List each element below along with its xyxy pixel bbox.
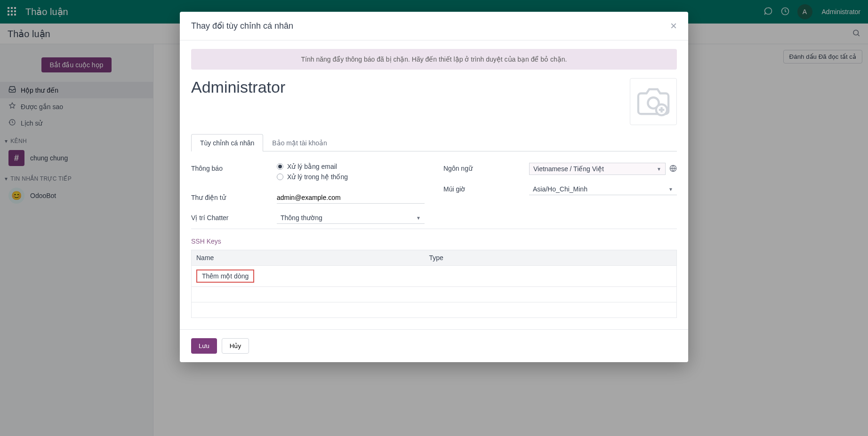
- preferences-modal: Thay đổi tùy chỉnh cá nhân × Tính năng đ…: [180, 12, 688, 362]
- tabs: Tùy chỉnh cá nhân Bảo mật tài khoản: [191, 134, 677, 151]
- modal-title: Thay đổi tùy chỉnh cá nhân: [191, 21, 293, 31]
- ssh-keys-table: Name Type Thêm một dòng: [191, 250, 677, 318]
- label-chatter-pos: Vị trí Chatter: [191, 212, 271, 222]
- user-display-name: Administrator: [191, 78, 285, 96]
- radio-icon: [277, 174, 283, 180]
- push-blocked-alert: Tính năng đẩy thông báo đã bị chặn. Hãy …: [191, 49, 677, 70]
- radio-notif-system[interactable]: Xử lý trong hệ thống: [277, 173, 425, 181]
- avatar-upload[interactable]: [630, 78, 677, 125]
- save-button[interactable]: Lưu: [191, 338, 217, 354]
- chevron-down-icon: ▼: [416, 215, 421, 221]
- tab-security[interactable]: Bảo mật tài khoản: [263, 134, 336, 151]
- email-field[interactable]: [277, 192, 425, 204]
- cancel-button[interactable]: Hủy: [222, 338, 249, 354]
- radio-notif-email[interactable]: Xử lý bằng email: [277, 163, 425, 170]
- chevron-down-icon: ▼: [657, 166, 661, 172]
- chevron-down-icon: ▼: [668, 187, 673, 192]
- col-type: Type: [424, 250, 658, 266]
- label-notification: Thông báo: [191, 163, 271, 172]
- label-email: Thư điện tử: [191, 192, 271, 201]
- language-select[interactable]: Vietnamese / Tiếng Việt ▼: [529, 163, 666, 175]
- timezone-select[interactable]: Asia/Ho_Chi_Minh ▼: [529, 183, 677, 195]
- globe-icon[interactable]: [669, 165, 677, 174]
- radio-icon: [277, 163, 283, 170]
- ssh-keys-heading: SSH Keys: [191, 238, 677, 245]
- chatter-position-select[interactable]: Thông thường ▼: [277, 212, 425, 224]
- label-timezone: Múi giờ: [443, 183, 523, 193]
- modal-overlay: Thay đổi tùy chỉnh cá nhân × Tính năng đ…: [0, 0, 868, 436]
- add-line-button[interactable]: Thêm một dòng: [196, 270, 254, 283]
- close-button[interactable]: ×: [670, 20, 677, 32]
- label-language: Ngôn ngữ: [443, 163, 523, 172]
- col-name: Name: [192, 250, 425, 266]
- tab-preferences[interactable]: Tùy chỉnh cá nhân: [191, 134, 263, 151]
